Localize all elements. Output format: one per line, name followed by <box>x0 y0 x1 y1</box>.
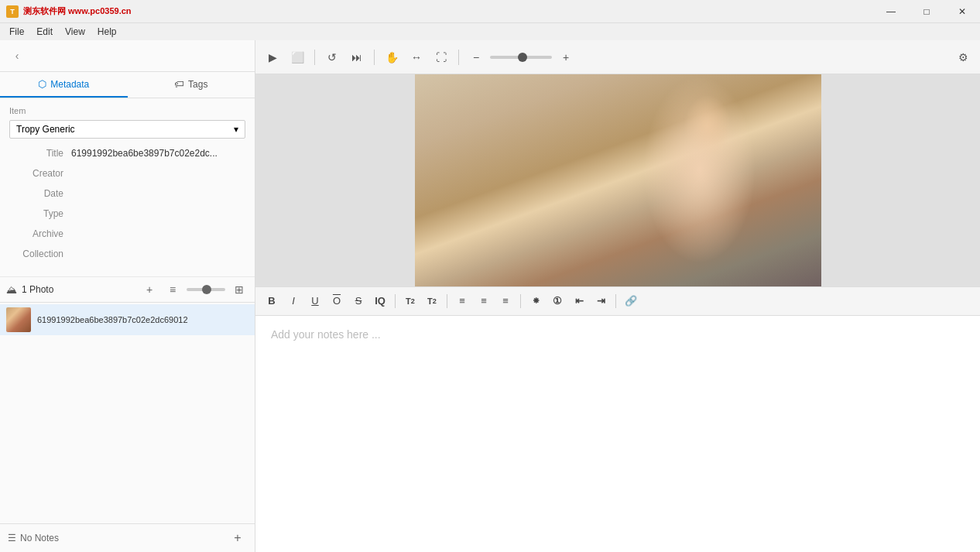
indent-increase-button[interactable]: ⇥ <box>591 291 611 311</box>
toolbar-separator-1 <box>314 50 315 65</box>
meta-row-creator: Creator <box>9 168 245 183</box>
notes-section: ☰ No Notes + <box>0 523 255 552</box>
overline-button[interactable]: O <box>327 291 347 311</box>
editor-separator-2 <box>447 294 447 308</box>
underline-button[interactable]: U <box>305 291 325 311</box>
photo-filename: 61991992bea6be3897b7c02e2dc69012 <box>37 315 188 324</box>
minimize-button[interactable]: — <box>873 0 909 23</box>
maximize-button[interactable]: □ <box>909 0 944 23</box>
menu-edit[interactable]: Edit <box>30 25 59 39</box>
tab-tags-label: Tags <box>188 79 207 90</box>
photo-list: 61991992bea6be3897b7c02e2dc69012 <box>0 303 255 523</box>
align-left-button[interactable]: ≡ <box>452 291 472 311</box>
arrows-tool-button[interactable]: ↔ <box>406 46 427 68</box>
thumb-size-slider[interactable] <box>187 288 225 291</box>
expand-button[interactable]: ⬜ <box>286 46 308 68</box>
editor-separator-3 <box>520 294 521 308</box>
photo-list-header: ⛰ 1 Photo + ≡ ⊞ <box>0 276 255 303</box>
notes-icon: ☰ <box>8 533 16 543</box>
metadata-fields: Title 61991992bea6be3897b7c02e2dc... Cre… <box>9 148 245 264</box>
back-button[interactable]: ‹ <box>6 45 28 67</box>
bold-button[interactable]: B <box>262 291 282 311</box>
meta-row-date: Date <box>9 188 245 204</box>
menu-help[interactable]: Help <box>91 25 123 39</box>
align-center-button[interactable]: ≡ <box>474 291 494 311</box>
tags-icon: 🏷 <box>174 78 184 90</box>
window-controls: — □ ✕ <box>873 0 980 23</box>
superscript-button[interactable]: T2 <box>400 291 420 311</box>
toolbar-separator-2 <box>374 50 375 65</box>
menu-file[interactable]: File <box>3 25 30 39</box>
item-dropdown-value: Tropy Generic <box>16 124 75 135</box>
list-view-button[interactable]: ≡ <box>163 280 182 299</box>
meta-row-type: Type <box>9 208 245 224</box>
item-section-label: Item <box>9 106 245 115</box>
meta-row-collection: Collection <box>9 249 245 264</box>
align-right-button[interactable]: ≡ <box>495 291 516 311</box>
numbered-list-button[interactable]: ① <box>547 291 567 311</box>
editor-separator-4 <box>615 294 616 308</box>
meta-label-archive: Archive <box>9 228 71 239</box>
menu-view[interactable]: View <box>59 25 91 39</box>
tab-tags[interactable]: 🏷 Tags <box>128 72 255 98</box>
photos-icon: ⛰ <box>6 283 17 296</box>
notes-editor[interactable]: Add your notes here ... <box>255 316 980 553</box>
editor-toolbar: B I U O S IQ T2 T2 ≡ ≡ ≡ ⁕ ① ⇤ ⇥ 🔗 <box>255 286 980 316</box>
watermark: 测东软件网 www.pc0359.cn <box>23 5 132 17</box>
main-image <box>415 74 821 286</box>
editor-separator-1 <box>395 294 396 308</box>
tab-metadata[interactable]: ⬡ Metadata <box>0 72 128 98</box>
strikethrough-button[interactable]: S <box>348 291 368 311</box>
no-notes-text: No Notes <box>20 533 59 543</box>
add-note-button[interactable]: + <box>228 529 247 547</box>
metadata-section: Item Tropy Generic ▾ Title 61991992bea6b… <box>0 98 255 276</box>
blockquote-button[interactable]: IQ <box>370 291 390 311</box>
item-dropdown[interactable]: Tropy Generic ▾ <box>9 120 245 139</box>
photo-count: 1 Photo <box>22 284 135 295</box>
right-panel: ▶ ⬜ ↺ ⏭ ✋ ↔ ⛶ − + ⚙ B <box>255 40 980 552</box>
sidebar: ‹ ⬡ Metadata 🏷 Tags Item Tropy Generic ▾… <box>0 40 255 552</box>
meta-label-date: Date <box>9 188 71 199</box>
meta-row-archive: Archive <box>9 228 245 244</box>
subscript-button[interactable]: T2 <box>422 291 442 311</box>
settings-button[interactable]: ⚙ <box>952 46 974 68</box>
titlebar-left: T 测东软件网 www.pc0359.cn <box>6 5 132 18</box>
sidebar-tabs: ⬡ Metadata 🏷 Tags <box>0 72 255 98</box>
fullscreen-button[interactable]: ⛶ <box>430 46 452 68</box>
italic-button[interactable]: I <box>283 291 303 311</box>
photo-thumbnail <box>6 307 31 332</box>
image-toolbar: ▶ ⬜ ↺ ⏭ ✋ ↔ ⛶ − + ⚙ <box>255 40 980 74</box>
zoom-slider[interactable] <box>490 56 552 59</box>
main-layout: ‹ ⬡ Metadata 🏷 Tags Item Tropy Generic ▾… <box>0 40 980 552</box>
meta-label-type: Type <box>9 208 71 219</box>
grid-view-button[interactable]: ⊞ <box>230 280 248 299</box>
dropdown-chevron-icon: ▾ <box>234 124 238 135</box>
app-logo: T <box>6 5 19 18</box>
zoom-in-button[interactable]: + <box>555 46 577 68</box>
indent-decrease-button[interactable]: ⇤ <box>569 291 589 311</box>
bullet-list-button[interactable]: ⁕ <box>526 291 546 311</box>
metadata-icon: ⬡ <box>38 78 46 90</box>
hand-tool-button[interactable]: ✋ <box>381 46 403 68</box>
zoom-slider-thumb <box>518 53 527 62</box>
meta-row-title: Title 61991992bea6be3897b7c02e2dc... <box>9 148 245 163</box>
meta-label-title: Title <box>9 148 71 159</box>
add-photo-button[interactable]: + <box>140 280 159 299</box>
notes-label: ☰ No Notes <box>8 533 59 543</box>
menubar: File Edit View Help <box>0 23 980 40</box>
link-button[interactable]: 🔗 <box>621 291 641 311</box>
zoom-out-button[interactable]: − <box>465 46 487 68</box>
notes-placeholder: Add your notes here ... <box>271 328 381 341</box>
meta-label-collection: Collection <box>9 249 71 259</box>
thumbnail-image <box>6 307 31 332</box>
play-button[interactable]: ▶ <box>262 46 283 68</box>
titlebar: T 测东软件网 www.pc0359.cn — □ ✕ <box>0 0 980 23</box>
toolbar-separator-3 <box>458 50 459 65</box>
sidebar-top: ‹ <box>0 40 255 72</box>
meta-label-creator: Creator <box>9 168 71 179</box>
rotate-button[interactable]: ↺ <box>321 46 343 68</box>
list-item[interactable]: 61991992bea6be3897b7c02e2dc69012 <box>0 304 255 335</box>
meta-value-title: 61991992bea6be3897b7c02e2dc... <box>71 148 218 159</box>
skip-button[interactable]: ⏭ <box>346 46 368 68</box>
close-button[interactable]: ✕ <box>944 0 980 23</box>
